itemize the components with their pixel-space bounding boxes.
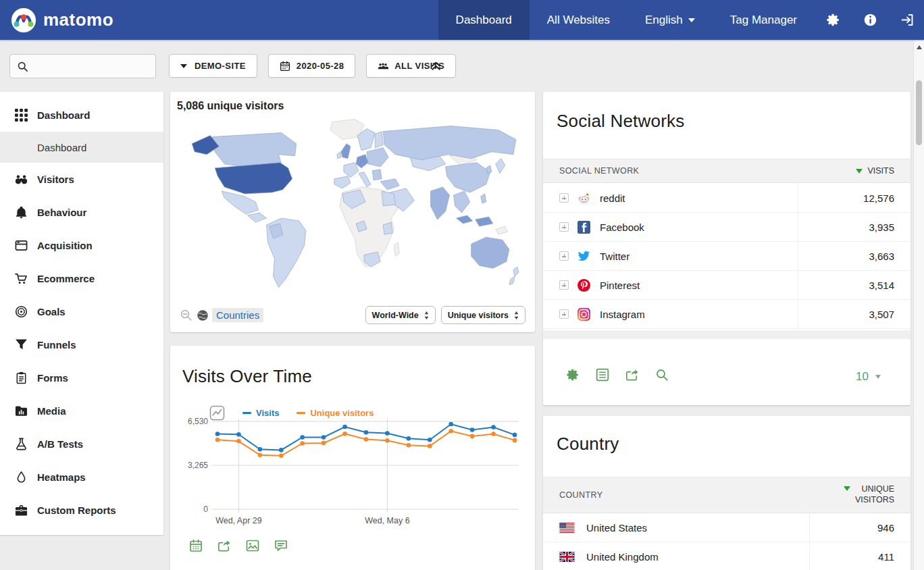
sidebar-item-label: Acquisition	[37, 240, 93, 251]
nav-item-tag-manager[interactable]: Tag Manager	[713, 0, 815, 40]
visits-value: 12,576	[863, 192, 894, 204]
reddit-icon	[578, 192, 590, 205]
visits-evolution-chart[interactable]: 6,5303,2650Wed, Apr 29Wed, May 6	[176, 413, 530, 535]
sidebar-item-dashboard[interactable]: Dashboard	[0, 132, 163, 163]
sidebar-item-media[interactable]: Media	[0, 394, 163, 428]
sidebar-item-a-b-tests[interactable]: A/B Tests	[0, 428, 163, 461]
social-network-name[interactable]: Instagram	[600, 309, 645, 320]
top-navbar: matomo Dashboard All Websites English Ta…	[0, 0, 924, 40]
target-icon	[14, 305, 28, 319]
caret-down-icon	[688, 18, 695, 22]
browser-icon	[14, 239, 28, 253]
sidebar-item-behaviour[interactable]: Behaviour	[0, 196, 163, 229]
metric-select[interactable]: Unique visitors	[441, 306, 525, 324]
gear-icon[interactable]	[815, 0, 852, 40]
sidebar-item-label: Ecommerce	[37, 273, 95, 284]
image-icon[interactable]	[246, 539, 259, 552]
world-map[interactable]	[180, 115, 525, 296]
visits-value: 3,663	[869, 251, 894, 262]
export-icon[interactable]	[625, 368, 639, 382]
sidebar-item-custom-reports[interactable]: Custom Reports	[0, 494, 163, 527]
chart-footer-controls	[189, 539, 288, 552]
sidebar-item-goals[interactable]: Goals	[0, 295, 163, 328]
sidebar-item-funnels[interactable]: Funnels	[0, 328, 163, 361]
zoom-out-icon[interactable]	[180, 309, 192, 321]
instagram-icon	[578, 308, 590, 321]
table-row-twitter: Twitter3,663	[543, 242, 910, 271]
row-limit-select[interactable]: 10	[856, 370, 881, 384]
sidebar-item-label: Custom Reports	[37, 504, 116, 516]
expand-row-icon[interactable]	[559, 222, 569, 232]
gear-icon[interactable]	[566, 368, 580, 382]
segment-selector-button[interactable]: ALL VISITS	[366, 54, 456, 78]
globe-icon	[197, 309, 209, 321]
nav-item-language[interactable]: English	[627, 0, 713, 40]
unique-visitors-value: 411	[878, 551, 894, 563]
sidebar-item-dashboard[interactable]: Dashboard	[0, 99, 163, 132]
table-row-facebook: Facebook3,935	[543, 213, 910, 242]
map-widget-title: 5,086 unique visitors	[177, 100, 284, 112]
us-flag-icon	[559, 523, 575, 533]
sidebar-item-ecommerce[interactable]: Ecommerce	[0, 262, 163, 295]
sidebar-item-label: Funnels	[37, 339, 76, 351]
search-icon	[17, 61, 28, 72]
collapse-bar-button[interactable]	[430, 60, 442, 72]
control-bar: DEMO-SITE 2020-05-28 ALL VISITS	[0, 40, 924, 92]
table-icon[interactable]	[596, 368, 609, 382]
search-icon[interactable]	[655, 368, 669, 382]
calendar-icon	[280, 61, 290, 72]
scroll-up-arrow-icon[interactable]	[917, 45, 922, 49]
sidebar-item-heatmaps[interactable]: Heatmaps	[0, 461, 163, 494]
social-network-name[interactable]: reddit	[600, 192, 625, 204]
funnel-icon	[14, 338, 28, 352]
info-icon[interactable]	[852, 0, 889, 40]
sidebar-item-label: Goals	[37, 306, 66, 317]
social-network-name[interactable]: Twitter	[600, 251, 630, 262]
column-header-visits[interactable]: VISITS	[856, 166, 894, 176]
column-header-country[interactable]: COUNTRY	[559, 490, 602, 500]
expand-row-icon[interactable]	[559, 251, 569, 261]
double-chevron-up-icon	[430, 60, 442, 72]
country-widget: Country COUNTRY UNIQUEVISITORS United St…	[543, 416, 910, 570]
expand-row-icon[interactable]	[559, 193, 569, 203]
social-widget-title: Social Networks	[557, 111, 684, 132]
matomo-logo[interactable]: matomo	[0, 7, 113, 33]
expand-row-icon[interactable]	[559, 280, 569, 290]
social-network-name[interactable]: Pinterest	[600, 280, 640, 291]
sidebar-item-forms[interactable]: Forms	[0, 361, 163, 394]
column-header-unique-visitors[interactable]: UNIQUEVISITORS	[844, 484, 894, 505]
svg-text:Wed, May 6: Wed, May 6	[365, 516, 410, 525]
scrollbar-thumb[interactable]	[916, 80, 922, 145]
date-selector-button[interactable]: 2020-05-28	[268, 54, 356, 78]
signin-icon[interactable]	[889, 0, 924, 40]
table-row-reddit: reddit12,576	[543, 184, 910, 213]
search-box[interactable]	[9, 54, 156, 78]
caret-down-icon	[180, 64, 187, 68]
site-selector-button[interactable]: DEMO-SITE	[169, 54, 257, 78]
visits-value: 3,514	[869, 280, 894, 291]
nav-item-all-websites[interactable]: All Websites	[530, 0, 627, 40]
calendar-icon[interactable]	[189, 539, 203, 552]
visitor-map-widget: 5,086 unique visitors	[170, 92, 535, 332]
svg-text:0: 0	[203, 504, 208, 514]
column-header-social-network[interactable]: SOCIAL NETWORK	[559, 166, 639, 176]
sidebar-item-label: Heatmaps	[37, 471, 86, 483]
expand-row-icon[interactable]	[559, 309, 569, 319]
page-scrollbar[interactable]	[913, 40, 924, 570]
country-name: United States	[586, 522, 647, 534]
region-select[interactable]: World-Wide	[365, 306, 436, 324]
matomo-logo-icon	[11, 7, 36, 33]
search-input[interactable]	[34, 61, 142, 72]
pinterest-icon	[578, 279, 590, 292]
column-separator	[798, 159, 798, 328]
country-name: United Kingdom	[586, 551, 659, 563]
uk-flag-icon	[559, 552, 575, 562]
export-icon[interactable]	[217, 539, 231, 552]
social-network-name[interactable]: Facebook	[600, 222, 644, 233]
sidebar-item-acquisition[interactable]: Acquisition	[0, 229, 163, 262]
sidebar-item-visitors[interactable]: Visitors	[0, 163, 163, 196]
annotation-icon[interactable]	[274, 539, 288, 552]
countries-link[interactable]: Countries	[212, 308, 263, 322]
sidebar-item-label: A/B Tests	[37, 438, 83, 450]
nav-item-dashboard[interactable]: Dashboard	[438, 0, 530, 40]
